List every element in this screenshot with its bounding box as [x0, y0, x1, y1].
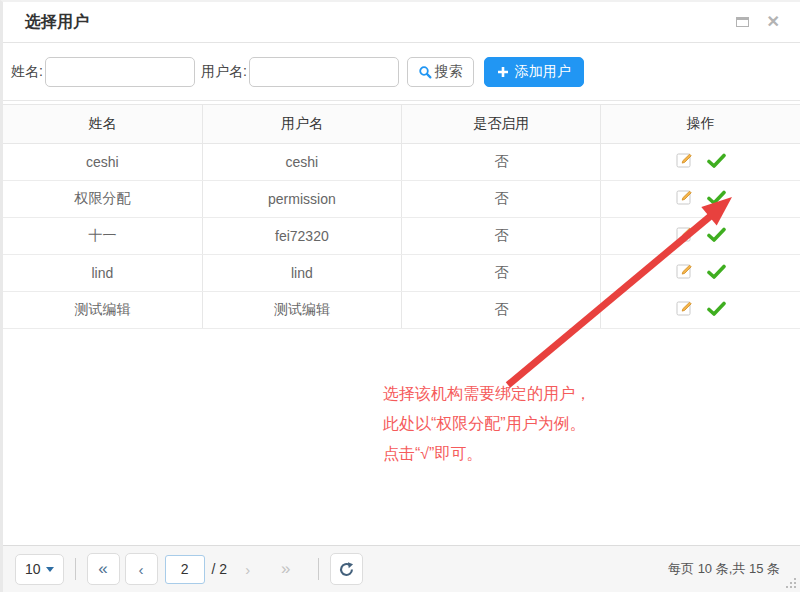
table-row[interactable]: 测试编辑 测试编辑 否 [3, 292, 800, 329]
current-page-input[interactable] [165, 555, 205, 584]
annotation-line-3: 点击“√”即可。 [383, 439, 591, 469]
page-size-value: 10 [25, 561, 41, 577]
cell-name: 测试编辑 [3, 292, 202, 329]
select-check-icon[interactable] [707, 227, 726, 243]
dialog-title: 选择用户 [25, 12, 736, 33]
edit-icon[interactable] [676, 189, 693, 206]
edit-icon[interactable] [676, 226, 693, 243]
column-header-enabled: 是否启用 [402, 105, 601, 144]
cell-enabled: 否 [402, 292, 601, 329]
search-toolbar: 姓名: 用户名: 搜索 添加用户 [3, 43, 800, 101]
select-check-icon[interactable] [707, 264, 726, 280]
page-size-select[interactable]: 10 [15, 554, 64, 585]
dialog-titlebar: 选择用户 ✕ [3, 2, 800, 43]
cell-enabled: 否 [402, 218, 601, 255]
cell-enabled: 否 [402, 255, 601, 292]
cell-username: lind [202, 255, 401, 292]
edit-icon[interactable] [676, 152, 693, 169]
cell-username: fei72320 [202, 218, 401, 255]
add-user-button[interactable]: 添加用户 [484, 57, 584, 87]
divider [318, 558, 319, 580]
refresh-button[interactable] [330, 553, 363, 585]
annotation-text: 选择该机构需要绑定的用户， 此处以“权限分配”用户为例。 点击“√”即可。 [383, 379, 591, 469]
cell-username: permission [202, 181, 401, 218]
cell-enabled: 否 [402, 181, 601, 218]
first-page-button[interactable]: « [87, 553, 120, 585]
cell-enabled: 否 [402, 144, 601, 181]
column-header-operations: 操作 [601, 105, 800, 144]
annotation-line-1: 选择该机构需要绑定的用户， [383, 379, 591, 409]
cell-name: ceshi [3, 144, 202, 181]
select-check-icon[interactable] [707, 190, 726, 206]
pagination-bar: 10 « ‹ / 2 › » 每页 10 条,共 15 条 [3, 545, 800, 592]
table-row[interactable]: 十一 fei72320 否 [3, 218, 800, 255]
add-user-button-label: 添加用户 [515, 63, 571, 81]
username-input[interactable] [249, 57, 399, 87]
search-button-label: 搜索 [435, 63, 463, 81]
select-user-dialog: 选择用户 ✕ 姓名: 用户名: 搜索 添加用户 [0, 0, 800, 592]
chevron-down-icon [46, 567, 54, 572]
select-check-icon[interactable] [707, 301, 726, 317]
cell-name: lind [3, 255, 202, 292]
edit-icon[interactable] [676, 300, 693, 317]
close-icon[interactable]: ✕ [767, 14, 780, 30]
last-page-button[interactable]: » [269, 553, 302, 585]
total-pages-label: / 2 [212, 561, 228, 577]
cell-name: 十一 [3, 218, 202, 255]
table-row[interactable]: 权限分配 permission 否 [3, 181, 800, 218]
edit-icon[interactable] [676, 263, 693, 280]
table-row[interactable]: ceshi ceshi 否 [3, 144, 800, 181]
search-button[interactable]: 搜索 [407, 57, 474, 87]
cell-name: 权限分配 [3, 181, 202, 218]
search-icon [418, 65, 432, 79]
cell-username: ceshi [202, 144, 401, 181]
table-row[interactable]: lind lind 否 [3, 255, 800, 292]
name-input[interactable] [45, 57, 195, 87]
select-check-icon[interactable] [707, 153, 726, 169]
next-page-button[interactable]: › [231, 553, 264, 585]
plus-icon [497, 66, 509, 78]
annotation-line-2: 此处以“权限分配”用户为例。 [383, 409, 591, 439]
divider [75, 558, 76, 580]
column-header-name: 姓名 [3, 105, 202, 144]
maximize-icon[interactable] [736, 17, 749, 27]
user-table: 姓名 用户名 是否启用 操作 ceshi ceshi 否 权限分配 permis… [3, 104, 800, 329]
username-label: 用户名: [201, 63, 247, 81]
resize-grip-icon[interactable] [786, 578, 797, 589]
name-label: 姓名: [11, 63, 43, 81]
prev-page-button[interactable]: ‹ [125, 553, 158, 585]
record-summary: 每页 10 条,共 15 条 [668, 560, 788, 578]
column-header-username: 用户名 [202, 105, 401, 144]
refresh-icon [339, 562, 354, 577]
table-header-row: 姓名 用户名 是否启用 操作 [3, 105, 800, 144]
cell-username: 测试编辑 [202, 292, 401, 329]
